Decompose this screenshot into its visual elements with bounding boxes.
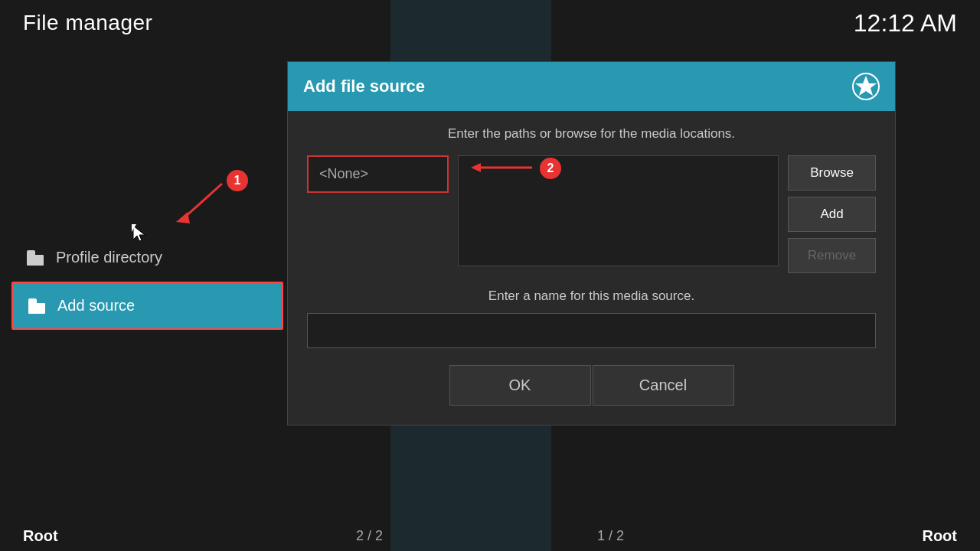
- app-title: File manager: [23, 11, 152, 35]
- dialog-header: Add file source: [288, 62, 895, 111]
- dialog-title: Add file source: [303, 77, 425, 96]
- path-row: <None> Browse Add Remove: [307, 155, 876, 273]
- browse-button[interactable]: Browse: [788, 155, 876, 191]
- bottom-center-right: 1 / 2: [597, 528, 624, 544]
- bottom-center: 2 / 2 1 / 2: [356, 528, 624, 544]
- top-bar: File manager 12:12 AM: [0, 0, 980, 46]
- cancel-button[interactable]: Cancel: [593, 365, 734, 406]
- sidebar: Profile directory Add source: [0, 46, 283, 520]
- name-input[interactable]: [307, 313, 876, 348]
- annotation-badge-2: 2: [540, 158, 561, 179]
- folder-icon-add-source: [28, 298, 47, 314]
- path-input[interactable]: <None>: [307, 155, 449, 193]
- folder-icon-profile: [27, 250, 45, 266]
- path-list-area: [458, 155, 779, 266]
- bottom-bar: Root 2 / 2 1 / 2 Root: [0, 520, 980, 551]
- name-section: Enter a name for this media source.: [307, 289, 876, 348]
- bottom-center-left: 2 / 2: [356, 528, 383, 544]
- side-buttons: Browse Add Remove: [788, 155, 876, 273]
- remove-button[interactable]: Remove: [788, 238, 876, 273]
- add-button[interactable]: Add: [788, 197, 876, 232]
- ok-button[interactable]: OK: [449, 365, 591, 406]
- name-label: Enter a name for this media source.: [307, 289, 876, 304]
- sidebar-item-label-add-source: Add source: [57, 297, 135, 315]
- bottom-left-label: Root: [23, 527, 58, 545]
- sidebar-item-profile[interactable]: Profile directory: [11, 235, 283, 280]
- clock: 12:12 AM: [854, 9, 957, 37]
- dialog-body: Enter the paths or browse for the media …: [288, 111, 895, 425]
- add-file-source-dialog: Add file source Enter the paths or brows…: [287, 61, 896, 425]
- dialog-actions: OK Cancel: [307, 365, 876, 406]
- sidebar-item-add-source[interactable]: Add source: [11, 282, 283, 330]
- kodi-logo-icon: [852, 73, 880, 100]
- bottom-right-label: Root: [922, 527, 957, 545]
- sidebar-item-label-profile: Profile directory: [56, 249, 162, 266]
- annotation-badge-1: 1: [227, 170, 248, 191]
- dialog-subtitle: Enter the paths or browse for the media …: [307, 126, 876, 142]
